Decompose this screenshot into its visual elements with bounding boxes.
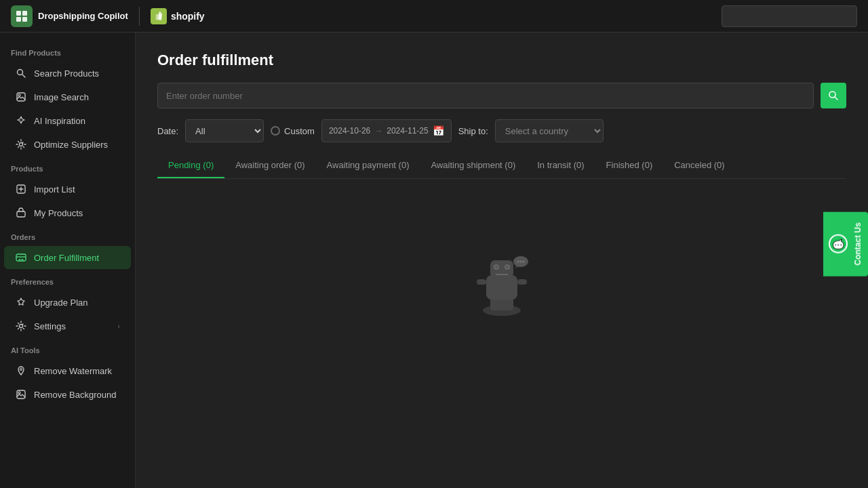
search-products-label: Search Products: [34, 68, 120, 79]
tabs-row: Pending (0)Awaiting order (0)Awaiting pa…: [157, 153, 846, 179]
topbar-search-bar[interactable]: [722, 5, 857, 27]
svg-rect-3: [22, 17, 27, 22]
import-list-label: Import List: [34, 184, 120, 195]
date-from: 2024-10-26: [329, 126, 370, 136]
date-all-select[interactable]: All Today Last 7 days Last 30 days Custo…: [185, 119, 264, 142]
tab-awaiting-order[interactable]: Awaiting order (0): [224, 153, 315, 178]
optimize-suppliers-icon: [15, 138, 27, 150]
settings-label: Settings: [34, 321, 111, 331]
svg-point-12: [20, 369, 22, 371]
date-ship-row: Date: All Today Last 7 days Last 30 days…: [157, 119, 846, 142]
svg-point-4: [18, 70, 23, 75]
ai-inspiration-label: AI Inspiration: [34, 116, 120, 126]
svg-rect-2: [16, 17, 21, 22]
shopify-logo[interactable]: shopify: [151, 8, 205, 24]
search-input[interactable]: [157, 83, 814, 108]
svg-rect-24: [496, 274, 508, 275]
optimize-suppliers-label: Optimize Suppliers: [34, 140, 120, 150]
svg-rect-1: [22, 11, 27, 16]
svg-rect-18: [486, 275, 517, 300]
sidebar-item-my-products[interactable]: My Products: [4, 201, 131, 224]
page-title: Order fulfillment: [157, 52, 846, 69]
ship-to-label: Ship to:: [458, 126, 488, 136]
tab-in-transit[interactable]: In transit (0): [526, 153, 595, 178]
date-arrow: →: [374, 126, 382, 136]
order-fulfillment-icon: [15, 251, 27, 264]
remove-background-label: Remove Background: [34, 390, 120, 400]
search-products-icon: [15, 67, 27, 79]
import-list-icon: [15, 183, 27, 195]
svg-point-30: [523, 261, 525, 263]
svg-point-23: [506, 266, 509, 268]
shopify-icon: [151, 8, 167, 24]
date-label: Date:: [157, 126, 178, 136]
contact-icon: 💬: [829, 235, 848, 253]
svg-rect-26: [517, 279, 527, 285]
svg-point-6: [18, 94, 20, 96]
tab-canceled[interactable]: Canceled (0): [663, 153, 735, 178]
svg-point-22: [495, 266, 498, 268]
date-to: 2024-11-25: [387, 126, 428, 136]
sidebar-item-remove-background[interactable]: Remove Background: [4, 383, 131, 406]
settings-chevron: ›: [117, 322, 120, 330]
logo-text: Dropshipping Copilot: [38, 11, 128, 22]
remove-background-icon: [15, 388, 27, 401]
settings-icon: [15, 320, 27, 332]
search-button[interactable]: [821, 83, 846, 108]
remove-watermark-label: Remove Watermark: [34, 366, 120, 376]
sidebar-item-remove-watermark[interactable]: Remove Watermark: [4, 359, 131, 382]
tab-awaiting-shipment[interactable]: Awaiting shipment (0): [420, 153, 526, 178]
svg-rect-13: [17, 390, 25, 399]
sidebar: Find ProductsSearch ProductsImage Search…: [0, 33, 136, 488]
svg-point-14: [18, 392, 20, 394]
svg-point-28: [517, 261, 519, 263]
logo-icon: [11, 5, 33, 27]
sidebar-item-image-search[interactable]: Image Search: [4, 85, 131, 108]
svg-rect-10: [16, 254, 26, 261]
sidebar-item-order-fulfillment[interactable]: Order Fulfillment: [4, 246, 131, 269]
layout: Find ProductsSearch ProductsImage Search…: [0, 33, 868, 488]
topbar: Dropshipping Copilot shopify: [0, 0, 868, 33]
sidebar-item-upgrade-plan[interactable]: Upgrade Plan: [4, 291, 131, 314]
sidebar-item-ai-inspiration[interactable]: AI Inspiration: [4, 109, 131, 132]
sidebar-section-preferences: Preferences: [0, 270, 135, 290]
svg-rect-9: [17, 211, 25, 217]
sidebar-item-settings[interactable]: Settings›: [4, 314, 131, 338]
shopify-text: shopify: [171, 11, 205, 22]
topbar-divider: [139, 7, 140, 26]
upgrade-plan-label: Upgrade Plan: [34, 298, 120, 308]
sidebar-section-orders: Orders: [0, 225, 135, 245]
empty-state-icon: [465, 249, 539, 324]
empty-state: [157, 195, 846, 378]
image-search-label: Image Search: [34, 92, 120, 102]
svg-rect-25: [477, 279, 486, 285]
sidebar-section-ai-tools: AI Tools: [0, 338, 135, 359]
svg-rect-19: [490, 260, 513, 278]
app-logo[interactable]: Dropshipping Copilot: [11, 5, 128, 27]
sidebar-section-find-products: Find Products: [0, 41, 135, 61]
sidebar-section-products: Products: [0, 157, 135, 177]
sidebar-item-import-list[interactable]: Import List: [4, 178, 131, 201]
remove-watermark-icon: [15, 365, 27, 377]
country-select[interactable]: Select a country: [495, 119, 604, 142]
contact-label: Contact Us: [853, 222, 863, 265]
sidebar-item-search-products[interactable]: Search Products: [4, 62, 131, 85]
svg-point-29: [520, 261, 522, 263]
svg-rect-0: [16, 11, 21, 16]
calendar-icon: 📅: [433, 125, 444, 136]
custom-radio[interactable]: [271, 126, 280, 136]
tab-pending[interactable]: Pending (0): [157, 153, 224, 178]
image-search-icon: [15, 91, 27, 103]
contact-us-button[interactable]: 💬 Contact Us: [823, 211, 868, 276]
tab-awaiting-payment[interactable]: Awaiting payment (0): [316, 153, 420, 178]
sidebar-item-optimize-suppliers[interactable]: Optimize Suppliers: [4, 133, 131, 156]
custom-label: Custom: [284, 126, 315, 136]
order-fulfillment-label: Order Fulfillment: [34, 253, 120, 263]
main-content: Order fulfillment Date: All Today Last 7…: [136, 33, 868, 488]
upgrade-plan-icon: [15, 296, 27, 308]
tab-finished[interactable]: Finished (0): [595, 153, 664, 178]
search-input-wrap: [157, 83, 814, 108]
custom-radio-wrap[interactable]: Custom: [271, 126, 315, 136]
my-products-label: My Products: [34, 208, 120, 218]
date-range-wrap[interactable]: 2024-10-26 → 2024-11-25 📅: [321, 119, 452, 142]
